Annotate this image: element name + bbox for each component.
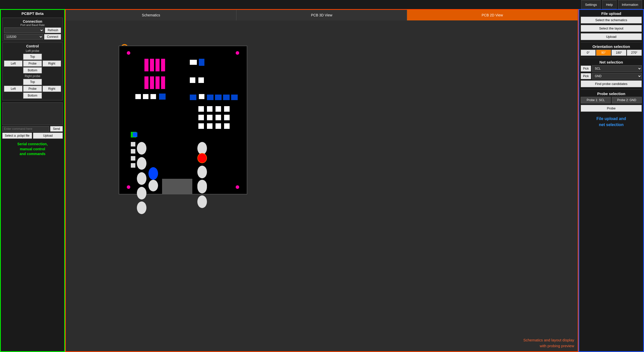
grid-2-1 (198, 115, 204, 120)
empty-cell-2 (43, 54, 61, 60)
pink-dot-br (236, 185, 239, 189)
pink-dot-tl (127, 51, 130, 55)
upload-file-button[interactable]: Upload (33, 133, 63, 139)
tab-schematics[interactable]: Schematics (66, 10, 236, 20)
net-select-2[interactable]: GND (592, 73, 642, 79)
probe-selection-title: Probe selection (581, 92, 642, 96)
oval-bot-l (148, 180, 158, 191)
connect-button[interactable]: Connect (44, 34, 61, 40)
right-probe-top-button[interactable]: Top (23, 79, 42, 85)
net-selection-title: Net selection (581, 60, 642, 64)
blue-rect-row3 (207, 95, 213, 100)
right-probe-right-button[interactable]: Right (43, 86, 61, 92)
blue-rect-row5 (223, 95, 230, 100)
select-layout-button[interactable]: Select the layout (581, 25, 642, 32)
help-button[interactable]: Help (602, 0, 617, 9)
info-button[interactable]: Information (618, 0, 642, 9)
oval-r-3 (197, 166, 207, 178)
orientation-title: Orientation selection (581, 44, 642, 49)
app-title: PCBPT Beta (2, 11, 63, 17)
blue-rect-row6 (231, 95, 238, 100)
right-probe-label: Right probe (4, 74, 61, 78)
pink-bar-1 (144, 59, 148, 71)
pink-bar-5 (144, 76, 148, 89)
left-probe-left-button[interactable]: Left (4, 61, 22, 67)
cmd-row: Send (2, 126, 63, 132)
right-probe-left-button[interactable]: Left (4, 86, 22, 92)
net-selection-section: Net selection Pick SCL Pick GND Find pro… (581, 60, 642, 87)
grid-1-2 (207, 106, 212, 112)
tab-pcb-2d[interactable]: PCB 2D View (407, 10, 578, 20)
left-probe-label: Left probe (4, 49, 61, 53)
white-rect-tr1 (190, 60, 197, 65)
white-rect-row2 (143, 94, 148, 99)
probe2-button[interactable]: Probe 2: GND (612, 97, 642, 103)
settings-button[interactable]: Settings (581, 0, 601, 9)
right-probe-bottom-button[interactable]: Bottom (23, 93, 42, 99)
tab-pcb-3d[interactable]: PCB 3D View (236, 10, 407, 20)
empty-cell-3 (4, 67, 22, 73)
left-probe-probe-button[interactable]: Probe (23, 61, 42, 67)
white-rect-mr2 (198, 77, 204, 83)
upload-button[interactable]: Upload (581, 33, 642, 40)
find-candidates-button[interactable]: Find probe candidates (581, 80, 642, 87)
refresh-button[interactable]: Refresh (45, 27, 61, 33)
baud-select[interactable]: 115200 (4, 34, 43, 40)
main-layout: PCBPT Beta Connection Port and Baud Rate… (0, 9, 644, 352)
select-file-button[interactable]: Select a .pcbpt file (2, 133, 32, 139)
pad-3 (131, 156, 135, 161)
port-select[interactable] (4, 27, 44, 33)
oval-l-1 (137, 142, 146, 155)
pink-dot-tr (236, 51, 239, 55)
probe-button[interactable]: Probe (581, 105, 642, 112)
right-probe-probe-button[interactable]: Probe (23, 86, 42, 92)
select-schematics-button[interactable]: Select the schematics (581, 17, 642, 23)
oval-r-1 (197, 142, 207, 155)
grid-1-4 (224, 106, 230, 112)
divider-3 (581, 89, 642, 90)
blue-sq (133, 132, 137, 137)
pink-bar-8 (161, 76, 165, 89)
pad-2 (131, 149, 135, 154)
net-row-2: Pick GND (581, 73, 642, 79)
pink-bar-3 (156, 59, 160, 71)
oval-bot-r (197, 180, 207, 191)
command-input[interactable] (2, 126, 49, 132)
send-button[interactable]: Send (50, 126, 63, 132)
empty-cell-5 (4, 79, 22, 85)
grid-3-3 (216, 123, 221, 129)
grid-3-1 (198, 123, 204, 129)
grid-3-4 (224, 123, 230, 129)
ori-180-button[interactable]: 180° (611, 50, 626, 56)
empty-cell-1 (4, 54, 22, 60)
pick-1-button[interactable]: Pick (581, 66, 591, 72)
net-select-1[interactable]: SCL (592, 65, 642, 72)
left-probe-bottom-button[interactable]: Bottom (23, 67, 42, 73)
pick-2-button[interactable]: Pick (581, 73, 591, 79)
divider-1 (581, 42, 642, 42)
control-section: Control Left probe Top Left Probe Right … (2, 42, 63, 100)
left-probe-top-button[interactable]: Top (23, 54, 42, 60)
pad-4 (131, 163, 135, 168)
ori-0-button[interactable]: 0° (581, 50, 596, 56)
center-panel: Schematics PCB 3D View PCB 2D View (65, 9, 578, 352)
probe1-button[interactable]: Probe 1: SCL (581, 97, 611, 103)
right-panel: File upload Select the schematics Select… (578, 9, 644, 352)
pink-bar-7 (156, 76, 160, 89)
log-box (2, 102, 63, 125)
white-rect-row3 (150, 94, 156, 99)
probe-sel-row: Probe 1: SCL Probe 2: GND (581, 97, 642, 103)
control-title: Control (4, 44, 61, 48)
left-panel: PCBPT Beta Connection Port and Baud Rate… (0, 9, 65, 352)
left-probe-right-button[interactable]: Right (43, 61, 61, 67)
grid-1-1 (198, 106, 204, 112)
ori-270-button[interactable]: 270° (627, 50, 642, 56)
grid-1-3 (216, 106, 221, 112)
file-upload-section: File upload Select the schematics Select… (581, 11, 642, 40)
probe-selection-section: Probe selection Probe 1: SCL Probe 2: GN… (581, 92, 642, 112)
pink-bar-4 (161, 59, 165, 71)
oval-blue-bl (148, 167, 158, 180)
ori-90-button[interactable]: 90° (596, 50, 611, 56)
oval-l-5 (137, 201, 146, 214)
right-description: File upload andnet selection (581, 116, 642, 128)
